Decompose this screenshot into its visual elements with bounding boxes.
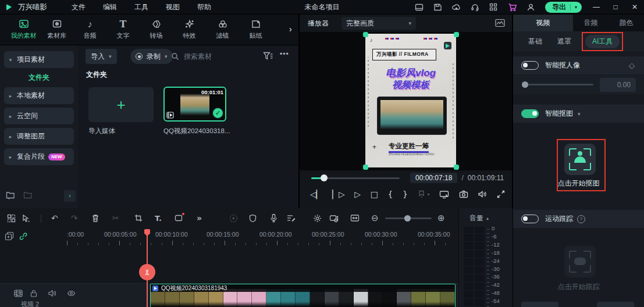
track-lock-icon[interactable] [30,290,37,297]
media-item-video[interactable]: 00:01:01 ✓ [163,87,226,122]
delete-folder-icon[interactable] [23,191,33,199]
laser-highlight-icon[interactable] [313,214,322,223]
text-tool-icon[interactable]: T. [155,213,162,223]
keyframe-diamond-icon[interactable]: ◇ [629,61,635,70]
redo-icon[interactable]: ↷ [71,213,78,223]
sidebar-item-project-media[interactable]: ▾ 项目素材 [4,51,74,68]
tab-text[interactable]: T 文字 [106,20,140,40]
menu-tools[interactable]: 工具 [134,2,148,12]
cloud-upload-icon[interactable] [452,3,461,12]
tab-audio-props[interactable]: 音频 [573,15,609,31]
portrait-slider[interactable] [522,84,593,85]
import-media-tile[interactable]: + [88,87,154,122]
menu-help[interactable]: 帮助 [197,2,211,12]
selection-handle[interactable] [454,165,459,170]
export-dropdown-icon[interactable]: ▾ [575,5,577,10]
portrait-slider-knob[interactable] [522,81,528,88]
tab-transitions[interactable]: 转场 [140,19,173,40]
zoom-in-icon[interactable]: ⊕ [437,213,445,223]
menu-view[interactable]: 视图 [166,2,180,12]
selection-handle[interactable] [363,165,368,170]
collapse-sidebar-button[interactable]: ‹ [64,190,76,202]
delete-icon[interactable] [91,214,99,223]
start-tracking-button[interactable] [564,246,596,277]
save-icon[interactable] [433,3,442,12]
account-icon[interactable] [526,3,535,12]
sidebar-item-cloud-space[interactable]: ▸ 云空间 [4,108,74,124]
sidebar-item-folder[interactable]: 文件夹 [0,73,78,83]
video-track-2[interactable]: 2 视频 2 QQ视频20240303181943 [0,283,458,307]
motion-tracking-toggle[interactable] [521,215,539,223]
subtab-mask[interactable]: 遮罩 [557,37,571,47]
close-button[interactable]: ✕ [630,3,639,11]
scopes-icon[interactable] [495,19,505,27]
selection-handle[interactable] [363,32,368,37]
more-options-icon[interactable]: ••• [280,50,289,58]
zoom-out-icon[interactable]: ⊖ [371,213,379,223]
tab-my-media[interactable]: 我的素材 [7,19,40,40]
stop-button[interactable]: □ [371,190,378,199]
shield-icon[interactable] [249,214,257,223]
next-frame-button[interactable]: ▏▷ [332,190,345,199]
split-scissors-icon[interactable]: ✂ [112,213,119,223]
export-button[interactable]: 导出 ▾ [545,2,582,13]
timeline-ruler[interactable]: :00:0000:00:05:0000:00:10:0000:00:15:000… [0,229,458,247]
mask-tool-icon[interactable] [175,214,183,224]
apps-grid-icon[interactable] [489,3,498,12]
tab-effects[interactable]: 特效 [173,19,206,40]
volume-header[interactable]: 音量 ▴ [469,213,489,223]
previous-frame-button[interactable]: ◁▏ [310,190,323,199]
record-button[interactable]: 录制 ▾ [130,49,173,64]
cutout-expand-icon[interactable]: ▾ [578,111,581,117]
quality-dropdown[interactable]: 完整画质 ▾ [341,17,416,30]
voiceover-mic-icon[interactable] [270,213,277,223]
sidebar-item-compound-clip[interactable]: ▸ 复合片段 NEW [4,148,74,165]
track-visibility-icon[interactable] [67,290,76,297]
track-mute-icon[interactable] [48,290,56,297]
tab-stickers[interactable]: 贴纸 [239,19,272,40]
zoom-slider-knob[interactable] [404,215,411,222]
maximize-button[interactable]: □ [611,3,620,11]
seek-bar-knob[interactable] [321,174,328,181]
selection-handle[interactable] [454,32,459,37]
split-at-playhead-button[interactable]: ✂ [139,264,155,280]
preview-stage[interactable]: ♪ 万兴喵影 // FILMORA 电影风vlog 视频模板 + 专业更胜一筹 … [300,32,512,170]
snapshot-camera-button[interactable] [459,190,468,198]
play-button[interactable]: ▷ [354,190,361,199]
portrait-value-field[interactable]: 0.00 [600,78,636,92]
link-clips-icon[interactable] [19,232,28,241]
subtab-ai-tools[interactable]: AI工具 [585,35,620,48]
layout-panel-icon[interactable] [415,3,424,12]
menu-edit[interactable]: 编辑 [103,2,117,12]
sidebar-item-local-media[interactable]: ▸ 本地素材 [4,87,74,104]
import-button[interactable]: 导入 ▾ [86,49,117,64]
undo-icon[interactable]: ↶ [51,213,58,223]
more-tools-icon[interactable]: » [197,213,202,223]
search-input[interactable]: 搜索素材 [171,49,212,64]
store-cart-icon[interactable] [508,3,517,12]
preview-video[interactable]: ♪ 万兴喵影 // FILMORA 电影风vlog 视频模板 + 专业更胜一筹 … [365,34,456,167]
tab-color[interactable]: 颜色 [609,15,644,31]
minimize-button[interactable]: — [592,3,601,11]
sidebar-item-adjustment-layer[interactable]: ▸ 调整图层 [4,128,74,145]
mirror-display-button[interactable] [439,190,449,199]
tab-audio[interactable]: ♪ 音频 [73,20,106,40]
subtitle-notes-icon[interactable] [286,214,296,222]
tab-video[interactable]: 视频 [513,15,573,31]
select-tool-icon[interactable] [22,214,30,223]
add-marker-button[interactable]: ▾ [418,190,430,198]
bottom-action-button[interactable] [597,302,634,307]
menu-file[interactable]: 文件 [72,2,86,12]
tab-stock-library[interactable]: 素材库 [40,19,73,40]
add-marker-timeline-icon[interactable] [5,231,14,241]
tabs-overflow-chevron-icon[interactable]: › [289,24,292,34]
seek-bar[interactable] [311,177,400,179]
volume-button[interactable] [478,190,487,198]
crop-icon[interactable] [134,214,143,222]
render-preview-icon[interactable] [229,214,238,223]
mark-in-button[interactable]: { [387,190,393,199]
tab-filters[interactable]: 滤镜 [206,19,239,40]
timeline-clip[interactable]: QQ视频20240303181943 [150,284,456,307]
smart-portrait-toggle[interactable] [521,61,539,70]
track-manager-icon[interactable] [7,214,16,223]
